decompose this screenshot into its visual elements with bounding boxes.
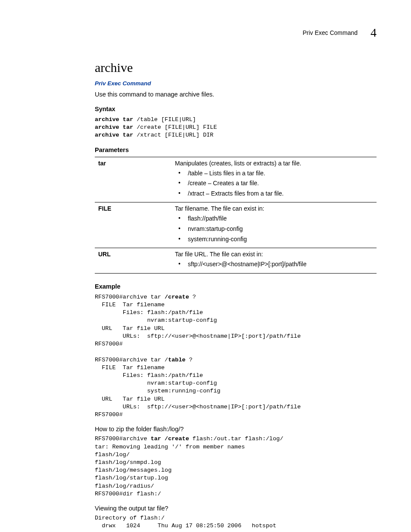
- syntax-args: /xtract [FILE|URL] DIR: [133, 132, 213, 138]
- example-bold: /create: [165, 294, 189, 300]
- param-bullets: sftp://<user>@<hostname|IP>[:port]/path/…: [175, 259, 375, 270]
- syntax-args: /create [FILE|URL] FILE: [133, 124, 217, 131]
- page-title: archive: [95, 60, 377, 75]
- example-text: flash:/out.tar flash:/log/ tar: Removing…: [95, 436, 283, 497]
- example-block: RFS7000#archive tar /create ? FILE Tar f…: [95, 293, 377, 419]
- param-name: URL: [95, 248, 173, 274]
- param-name: tar: [95, 157, 173, 202]
- list-item: /table – Lists files in a tar file.: [178, 168, 375, 179]
- syntax-heading: Syntax: [95, 106, 377, 112]
- list-item: flash://path/file: [178, 214, 375, 224]
- param-bullets: /table – Lists files in a tar file. /cre…: [175, 168, 375, 199]
- example-text: ? FILE Tar filename Files: flash:/path/f…: [95, 357, 301, 418]
- table-row: FILE Tar filename. The file can exist in…: [95, 202, 377, 248]
- howto-heading: Viewing the output tar file?: [95, 505, 377, 512]
- list-item: sftp://<user>@<hostname|IP>[:port]/path/…: [178, 259, 375, 270]
- breadcrumb-link[interactable]: Priv Exec Command: [95, 80, 377, 87]
- example-heading: Example: [95, 283, 377, 290]
- syntax-cmd: archive tar: [95, 132, 133, 138]
- list-item: /create – Creates a tar file.: [178, 178, 375, 189]
- syntax-cmd: archive tar: [95, 116, 133, 123]
- list-item: system:running-config: [178, 234, 375, 245]
- syntax-cmd: archive tar: [95, 124, 133, 131]
- example-bold: tar /create: [151, 436, 189, 442]
- param-cell: Tar filename. The file can exist in: fla…: [173, 202, 377, 248]
- param-desc: Tar file URL. The file can exist in:: [175, 251, 375, 258]
- description: Use this command to manage archive files…: [95, 91, 377, 98]
- table-row: tar Manipulates (creates, lists or extra…: [95, 157, 377, 202]
- param-desc: Tar filename. The file can exist in:: [175, 205, 375, 212]
- param-bullets: flash://path/file nvram:startup-config s…: [175, 214, 375, 244]
- example-text: RFS7000#archive: [95, 436, 151, 442]
- syntax-block: archive tar /table [FILE|URL] archive ta…: [95, 116, 377, 140]
- param-cell: Manipulates (creates, lists or extracts)…: [173, 157, 377, 202]
- syntax-args: /table [FILE|URL]: [133, 116, 196, 123]
- example-text: ? FILE Tar filename Files: flash:/path/f…: [95, 294, 301, 363]
- header-chapter-number: 4: [371, 26, 377, 40]
- param-desc: Manipulates (creates, lists or extracts)…: [175, 160, 375, 167]
- table-row: URL Tar file URL. The file can exist in:…: [95, 248, 377, 274]
- example-bold: table: [168, 357, 186, 363]
- howto-heading: How to zip the folder flash:/log/?: [95, 426, 377, 432]
- param-name: FILE: [95, 202, 173, 248]
- howto-block: RFS7000#archive tar /create flash:/out.t…: [95, 435, 377, 498]
- page: Priv Exec Command 4 archive Priv Exec Co…: [0, 0, 411, 532]
- page-header: Priv Exec Command 4: [302, 26, 377, 40]
- header-section: Priv Exec Command: [302, 29, 358, 36]
- howto-block: Directory of flash:/ drwx 1024 Thu Aug 1…: [95, 514, 377, 530]
- list-item: /xtract – Extracts files from a tar file…: [178, 189, 375, 199]
- parameters-heading: Parameters: [95, 146, 377, 153]
- list-item: nvram:startup-config: [178, 224, 375, 234]
- param-cell: Tar file URL. The file can exist in: sft…: [173, 248, 377, 274]
- example-text: RFS7000#archive tar: [95, 294, 165, 300]
- content: archive Priv Exec Command Use this comma…: [95, 60, 377, 530]
- parameters-table: tar Manipulates (creates, lists or extra…: [95, 157, 377, 274]
